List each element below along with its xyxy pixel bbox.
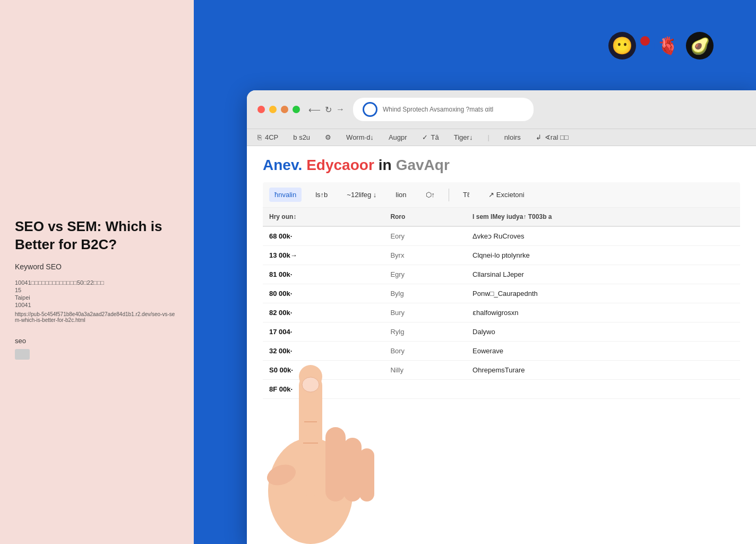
bookmark-augpr[interactable]: Augpr — [389, 133, 407, 141]
emoji-avocado: 🥑 — [690, 37, 710, 55]
table-row: 13 00k→ Byrx Clqnei-lo ptolynrke — [263, 246, 740, 265]
bookmark-icon-aral: ↲ — [536, 133, 542, 141]
traffic-light-red[interactable] — [257, 106, 265, 113]
meta-line-3: Taipei — [15, 294, 179, 301]
svg-rect-4 — [343, 438, 362, 502]
back-icon[interactable]: ⟵ — [308, 105, 321, 115]
toolbar-btn-box[interactable]: ⬡↑ — [420, 188, 441, 202]
traffic-lights — [257, 106, 300, 113]
svg-rect-5 — [359, 448, 374, 502]
icon-emoji-3: 🥑 — [686, 32, 714, 60]
bookmark-label-nloirs: nloirs — [504, 133, 521, 141]
tag-block: seo — [15, 337, 179, 360]
cell-col2: Eory — [384, 226, 466, 246]
page-title-dark: in — [379, 157, 392, 174]
tag-icon — [15, 349, 30, 360]
cell-col2: Rylg — [384, 322, 466, 342]
cell-volume: 68 00k· — [263, 226, 384, 246]
svg-point-9 — [302, 377, 319, 392]
bookmark-bar: ⎘ 4CP b s2u ⚙ Worm·d↓ Augpr ✓ Tā Tiger↓ — [247, 129, 756, 146]
toolbar-btn-lion[interactable]: lion — [390, 188, 411, 202]
bookmark-icon-3: ⚙ — [325, 133, 331, 141]
cell-keyword: ɛhalfowigrosxn — [466, 303, 740, 322]
traffic-light-orange[interactable] — [281, 106, 288, 113]
cell-col2: Byrx — [384, 246, 466, 265]
toolbar-btn-lstb[interactable]: ls↑b — [310, 188, 333, 202]
cell-keyword: Dalywo — [466, 322, 740, 342]
top-icons: 😶 🫀 🥑 — [608, 32, 714, 60]
browser-chrome: ⟵ ↻ → Whind Sprotech Avsamoxing ?mats αi… — [247, 90, 756, 129]
cell-keyword: Ponw□_Caurapednth — [466, 284, 740, 303]
toolbar-btn-tl[interactable]: Tℓ — [458, 188, 475, 202]
cell-volume: 13 00k→ — [263, 246, 384, 265]
cell-keyword: OhrepemsTurare — [466, 361, 740, 380]
table-toolbar: ħnvalin ls↑b ~12lifeg ↓ lion ⬡↑ Tℓ ↗ Exc… — [263, 182, 740, 208]
cell-col2: Bory — [384, 342, 466, 361]
bookmark-label-1: 4CP — [265, 133, 278, 141]
reload-icon[interactable]: ↻ — [325, 105, 332, 115]
cell-keyword — [466, 380, 740, 399]
cell-keyword: Δvkeɔ RuCroves — [466, 226, 740, 246]
bookmark-nloirs[interactable]: nloirs — [504, 133, 521, 141]
emoji-heart: 🫀 — [657, 36, 678, 56]
page-title-text: Anev. — [263, 157, 302, 174]
table-row: 68 00k· Eory Δvkeɔ RuCroves — [263, 226, 740, 246]
bookmark-to[interactable]: Tiger↓ — [454, 133, 473, 141]
cell-keyword: Clqnei-lo ptolynrke — [466, 246, 740, 265]
article-subtitle: Keyword SEO — [15, 262, 179, 271]
toolbar-btn-excietoni[interactable]: ↗ Excietoni — [483, 188, 529, 202]
bookmark-aral[interactable]: ↲ ∢ral □□ — [536, 133, 569, 141]
bookmark-ta[interactable]: ✓ Tā — [422, 133, 439, 141]
toolbar-divider — [449, 189, 449, 201]
cell-col2 — [384, 380, 466, 399]
bookmark-icon-1: ⎘ — [257, 133, 262, 141]
hand-overlay — [236, 278, 385, 544]
emoji-face: 😶 — [612, 36, 633, 56]
bookmark-label-worn: Worm·d↓ — [346, 133, 374, 141]
meta-line-2: 15 — [15, 287, 179, 293]
meta-line-4: 10041 — [15, 302, 179, 308]
col-header-roro: Roro — [384, 208, 466, 226]
page-title-accent: GavAqr — [396, 157, 450, 174]
page-header: Anev. Edycaoor in GavAqr — [263, 157, 740, 174]
bookmark-label-ta: Tā — [431, 133, 439, 141]
bookmark-label-augpr: Augpr — [389, 133, 407, 141]
bookmark-2[interactable]: b s2u — [293, 133, 310, 141]
table-header-row: Hry oun↕ Roro I sem IMey iudya↑ T003b a — [263, 208, 740, 226]
bookmark-label-2: b s2u — [293, 133, 310, 141]
left-panel: SEO vs SEM: Which is Better for B2C? Key… — [0, 0, 194, 544]
right-panel: 😶 🫀 🥑 ⟵ ↻ → Whind Spro — [194, 0, 756, 544]
article-title: SEO vs SEM: Which is Better for B2C? — [15, 218, 179, 254]
bookmark-label-to: Tiger↓ — [454, 133, 473, 141]
nav-buttons[interactable]: ⟵ ↻ → — [308, 105, 345, 115]
cell-keyword: Cllarsinal LJeper — [466, 265, 740, 284]
toolbar-btn-hnvalin[interactable]: ħnvalin — [269, 188, 302, 202]
cell-keyword: Eowerave — [466, 342, 740, 361]
cell-col2: Egry — [384, 265, 466, 284]
meta-block: 10041□□□□□□□□□□□□□50□22□□□ 15 Taipei 100… — [15, 279, 179, 323]
cell-col2: Nilly — [384, 361, 466, 380]
bookmark-3[interactable]: ⚙ — [325, 133, 331, 141]
red-dot — [640, 36, 650, 46]
address-bar[interactable]: Whind Sprotech Avsamoxing ?mats αitl — [353, 98, 534, 121]
bookmark-worn[interactable]: Worm·d↓ — [346, 133, 374, 141]
bookmark-1[interactable]: ⎘ 4CP — [257, 133, 278, 141]
tag-label: seo — [15, 337, 179, 345]
bookmark-sep: | — [487, 133, 489, 141]
cell-col2: Bury — [384, 303, 466, 322]
address-circle-icon — [363, 102, 377, 117]
col-header-volume: Hry oun↕ — [263, 208, 384, 226]
icon-emoji-1: 😶 — [608, 32, 636, 60]
traffic-light-green[interactable] — [293, 106, 300, 113]
col-header-keyword: I sem IMey iudya↑ T003b a — [466, 208, 740, 226]
meta-line-1: 10041□□□□□□□□□□□□□50□22□□□ — [15, 279, 179, 286]
traffic-light-yellow[interactable] — [269, 106, 277, 113]
toolbar-btn-12lifeg[interactable]: ~12lifeg ↓ — [341, 188, 382, 202]
forward-icon[interactable]: → — [336, 105, 345, 114]
bookmark-label-aral: ∢ral □□ — [545, 133, 569, 141]
address-text: Whind Sprotech Avsamoxing ?mats αitl — [383, 106, 524, 113]
page-title-red: Edycaoor — [306, 157, 374, 174]
article-url[interactable]: https://pub-5c454f571b8e40a3a2aad27ade84… — [15, 311, 179, 323]
icon-emoji-2: 🫀 — [654, 32, 682, 60]
svg-rect-3 — [325, 427, 346, 502]
